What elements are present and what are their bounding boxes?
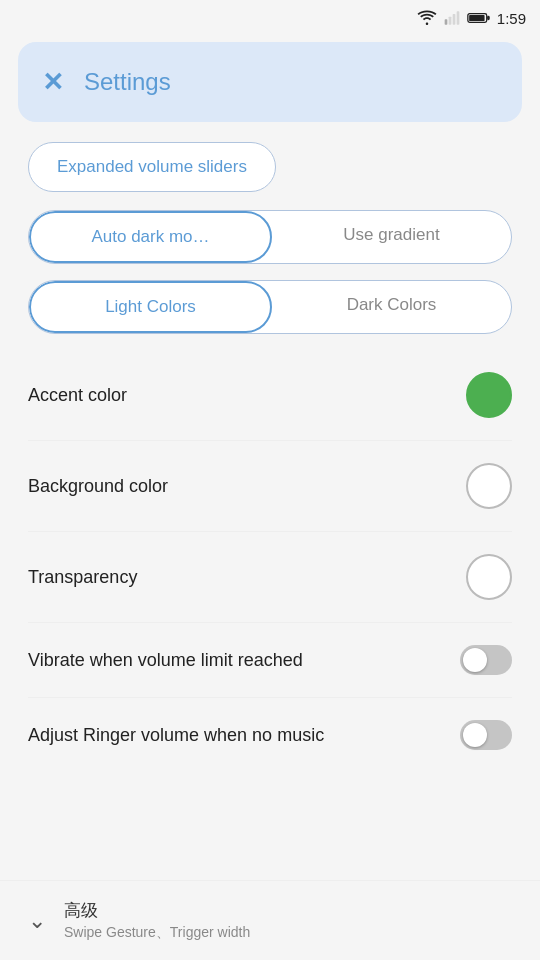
svg-rect-6: [469, 15, 484, 21]
expanded-volume-sliders-button[interactable]: Expanded volume sliders: [28, 142, 276, 192]
vibrate-toggle-knob: [463, 648, 487, 672]
advanced-title: 高级: [64, 899, 250, 922]
svg-rect-0: [444, 19, 447, 24]
setting-row-vibrate: Vibrate when volume limit reached: [28, 623, 512, 698]
status-time: 1:59: [497, 10, 526, 27]
setting-row-accent-color: Accent color: [28, 350, 512, 441]
settings-header: ✕ Settings: [18, 42, 522, 122]
svg-rect-5: [487, 16, 490, 20]
advanced-subtitle: Swipe Gesture、Trigger width: [64, 924, 250, 942]
chevron-down-icon[interactable]: ⌄: [28, 908, 46, 934]
transparency-label: Transparency: [28, 567, 466, 588]
vibrate-label: Vibrate when volume limit reached: [28, 650, 460, 671]
ringer-label: Adjust Ringer volume when no music: [28, 725, 408, 746]
accent-color-label: Accent color: [28, 385, 466, 406]
setting-row-background-color: Background color: [28, 441, 512, 532]
footer-advanced: ⌄ 高级 Swipe Gesture、Trigger width: [0, 880, 540, 960]
light-colors-button[interactable]: Light Colors: [29, 281, 272, 333]
auto-dark-mode-button[interactable]: Auto dark mo…: [29, 211, 272, 263]
close-button[interactable]: ✕: [42, 69, 64, 95]
ringer-toggle[interactable]: [460, 720, 512, 750]
svg-rect-1: [448, 17, 451, 25]
wifi-icon: [417, 10, 437, 26]
dark-mode-gradient-group: Auto dark mo… Use gradient: [28, 210, 512, 264]
svg-rect-2: [452, 14, 455, 25]
ringer-toggle-knob: [463, 723, 487, 747]
setting-row-transparency: Transparency: [28, 532, 512, 623]
settings-content: Expanded volume sliders Auto dark mo… Us…: [0, 122, 540, 792]
vibrate-toggle[interactable]: [460, 645, 512, 675]
background-color-label: Background color: [28, 476, 466, 497]
transparency-circle[interactable]: [466, 554, 512, 600]
footer-text: 高级 Swipe Gesture、Trigger width: [64, 899, 250, 942]
battery-icon: [467, 10, 491, 26]
svg-rect-3: [456, 11, 459, 24]
accent-color-circle[interactable]: [466, 372, 512, 418]
status-bar: 1:59: [0, 0, 540, 32]
background-color-circle[interactable]: [466, 463, 512, 509]
header-title: Settings: [84, 68, 171, 96]
use-gradient-button[interactable]: Use gradient: [272, 211, 511, 263]
setting-row-ringer: Adjust Ringer volume when no music: [28, 698, 512, 772]
dark-colors-button[interactable]: Dark Colors: [272, 281, 511, 333]
light-dark-colors-group: Light Colors Dark Colors: [28, 280, 512, 334]
signal-icon: [443, 10, 461, 26]
